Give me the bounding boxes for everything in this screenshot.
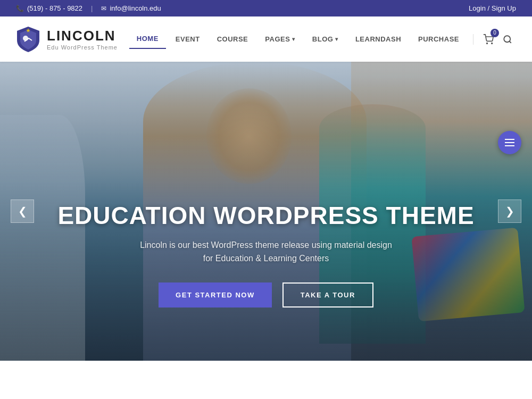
get-started-button[interactable]: GET STARTED NOW <box>159 282 272 307</box>
cart-badge: 0 <box>491 29 499 37</box>
hero-buttons: GET STARTED NOW TAKE A TOUR <box>11 282 521 307</box>
phone-number: (519) - 875 - 9822 <box>27 4 82 12</box>
header: LINCOLN Edu WordPress Theme HOME EVENT C… <box>0 16 532 62</box>
arrow-right-icon: ❯ <box>505 205 514 218</box>
email-icon: ✉ <box>101 5 106 12</box>
top-bar-left: 📞 (519) - 875 - 9822 | ✉ info@lincoln.ed… <box>16 4 161 12</box>
svg-point-3 <box>492 43 493 44</box>
hamburger-line-2 <box>505 142 514 143</box>
phone-item: 📞 (519) - 875 - 9822 <box>16 4 82 12</box>
top-bar: 📞 (519) - 875 - 9822 | ✉ info@lincoln.ed… <box>0 0 532 16</box>
svg-point-4 <box>504 36 510 42</box>
separator: | <box>91 4 93 12</box>
nav-purchase[interactable]: PURCHASE <box>411 30 467 48</box>
phone-icon: 📞 <box>16 5 24 12</box>
hamburger-line-1 <box>505 139 514 140</box>
nav-blog[interactable]: BLOG ▾ <box>305 30 346 48</box>
fab-menu-button[interactable] <box>498 131 521 154</box>
hamburger-line-3 <box>505 145 514 146</box>
hero-next-arrow[interactable]: ❯ <box>498 200 521 223</box>
top-bar-right[interactable]: Login / Sign Up <box>469 4 516 12</box>
logo-text: LINCOLN Edu WordPress Theme <box>47 28 118 51</box>
cart-button[interactable]: 0 <box>480 31 497 48</box>
logo-tagline: Edu WordPress Theme <box>47 44 118 51</box>
hamburger-icon <box>505 139 514 146</box>
hero-section: ❮ ❯ EDUCATION WORDPRESS THEME Lincoln is… <box>0 62 532 361</box>
nav-learndash[interactable]: LEARNDASH <box>348 30 409 48</box>
nav-divider <box>473 34 473 45</box>
logo-name: LINCOLN <box>47 28 118 44</box>
hero-title: EDUCATION WORDPRESS THEME <box>11 201 521 230</box>
take-tour-button[interactable]: TAKE A TOUR <box>282 282 373 307</box>
nav-course[interactable]: COURSE <box>210 30 256 48</box>
search-button[interactable] <box>499 31 516 48</box>
nav-event[interactable]: EVENT <box>168 30 207 48</box>
pages-dropdown-icon: ▾ <box>292 36 295 42</box>
nav-home[interactable]: HOME <box>129 29 166 49</box>
logo[interactable]: LINCOLN Edu WordPress Theme <box>16 26 118 53</box>
email-address: info@lincoln.edu <box>110 4 161 12</box>
logo-shield-icon <box>16 26 40 53</box>
main-nav: HOME EVENT COURSE PAGES ▾ BLOG ▾ LEARNDA… <box>129 29 516 49</box>
blog-dropdown-icon: ▾ <box>335 36 338 42</box>
arrow-left-icon: ❮ <box>18 205 27 218</box>
hero-content: EDUCATION WORDPRESS THEME Lincoln is our… <box>0 201 532 307</box>
hero-subtitle: Lincoln is our best WordPress theme rele… <box>133 238 399 265</box>
hero-prev-arrow[interactable]: ❮ <box>11 200 34 223</box>
login-link[interactable]: Login / Sign Up <box>469 4 516 12</box>
nav-pages[interactable]: PAGES ▾ <box>257 30 303 48</box>
email-item: ✉ info@lincoln.edu <box>101 4 161 12</box>
svg-point-2 <box>487 43 488 44</box>
